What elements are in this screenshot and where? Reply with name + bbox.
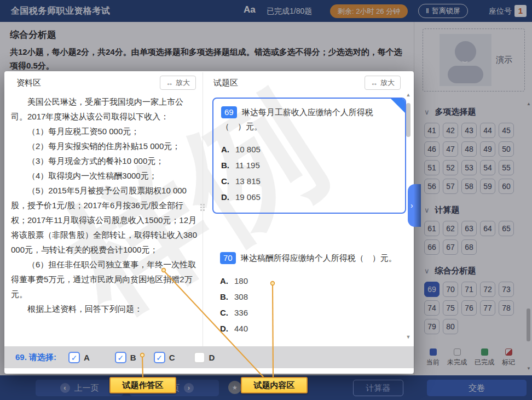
questions-list: 69琳达每月工薪收入应缴纳个人所得税（ ）元。A.10 805B.11 195C… <box>212 98 406 363</box>
scroll-up-icon[interactable]: ▲ <box>405 92 412 98</box>
scroll-down-icon[interactable]: ▼ <box>405 334 412 340</box>
option-row: A.180 <box>220 273 398 289</box>
choice-letter: A <box>84 353 90 362</box>
answer-choices: ✓A✓B✓CD <box>56 352 215 363</box>
exam-modal: 样例 资料区 ↔ 放大 美国公民琳达，受雇于我国境内一家上市公司。2017年度琳… <box>4 71 414 374</box>
zoom-arrows-icon: ↔ <box>371 79 378 87</box>
material-paragraph: 美国公民琳达，受雇于我国境内一家上市公司。2017年度琳达从该公司取得以下收入： <box>11 94 198 124</box>
option-value: 440 <box>234 324 248 333</box>
questions-zoom-button[interactable]: ↔ 放大 <box>365 76 401 90</box>
panel-handle-icon: › <box>410 201 413 210</box>
option-letter: D. <box>221 192 235 202</box>
option-letter: A. <box>221 145 235 154</box>
checkbox-checked[interactable]: ✓ <box>154 352 165 363</box>
question-text: 琳达稿酬所得应缴纳个人所得税（ ）元。 <box>241 253 397 262</box>
content-area-callout: 试题内容区 <box>241 377 308 393</box>
option-row: C.336 <box>220 305 398 321</box>
options-list: A.10 805B.11 195C.13 815D.19 065 <box>221 141 397 205</box>
option-row: A.10 805 <box>221 141 397 157</box>
option-row: D.440 <box>220 321 398 336</box>
questions-pane: 试题区 ↔ 放大 69琳达每月工薪收入应缴纳个人所得税（ ）元。A.10 805… <box>203 71 414 352</box>
question-number-badge: 69 <box>221 106 237 118</box>
checkbox-checked[interactable]: ✓ <box>68 352 80 363</box>
zoom-arrows-icon: ↔ <box>166 79 173 87</box>
material-zoom-button[interactable]: ↔ 放大 <box>160 76 196 90</box>
option-value: 180 <box>234 276 248 285</box>
option-letter: A. <box>220 276 234 285</box>
question-block[interactable]: 69琳达每月工薪收入应缴纳个人所得税（ ）元。A.10 805B.11 195C… <box>212 98 406 214</box>
material-paragraph: （4）取得境内一次性稿酬3000元； <box>11 168 198 183</box>
option-value: 19 065 <box>235 192 261 202</box>
option-value: 336 <box>234 308 248 317</box>
material-title: 资料区 <box>16 78 41 88</box>
question-number-badge: 70 <box>220 252 236 264</box>
option-value: 308 <box>234 292 248 301</box>
scrollbar-thumb[interactable] <box>406 103 410 137</box>
material-paragraph: （2）每月实报实销的住房补贴15 000元； <box>11 139 198 153</box>
material-paragraph: （3）每月现金方式的餐补10 000元； <box>11 153 198 168</box>
material-pane: 资料区 ↔ 放大 美国公民琳达，受雇于我国境内一家上市公司。2017年度琳达从该… <box>4 71 203 352</box>
questions-title: 试题区 <box>213 78 238 88</box>
option-letter: C. <box>221 176 235 186</box>
answer-choice[interactable]: ✓B <box>115 352 136 363</box>
sidebar-drawer-handle[interactable]: › <box>408 184 421 227</box>
card-corner <box>391 99 405 113</box>
option-letter: B. <box>220 292 234 301</box>
choice-letter: D <box>209 353 215 362</box>
material-text: 美国公民琳达，受雇于我国境内一家上市公司。2017年度琳达从该公司取得以下收入：… <box>11 94 198 316</box>
option-row: C.13 815 <box>221 173 397 189</box>
material-paragraph: （5）2015年5月被授予公司股票期权10 000股，授予价1元/股；2017年… <box>11 183 198 257</box>
option-value: 11 195 <box>235 161 260 170</box>
question-block[interactable]: 70琳达稿酬所得应缴纳个人所得税（ ）元。A.180B.308C.336D.44… <box>212 244 406 344</box>
material-paragraph: （1）每月应税工资50 000元； <box>11 124 198 139</box>
material-paragraph: 根据上述资料，回答下列问题： <box>11 301 198 316</box>
material-zoom-label: 放大 <box>176 78 190 88</box>
option-value: 13 815 <box>235 176 261 186</box>
choice-letter: C <box>169 353 175 362</box>
checkbox-unchecked[interactable] <box>194 352 205 363</box>
option-row: B.308 <box>220 289 398 305</box>
option-letter: C. <box>220 308 234 317</box>
option-value: 10 805 <box>235 145 261 154</box>
exam-app: 全国税务师职业资格考试 Aa 已完成1/80题 剩余: 2小时 26 分钟 Ⅱ暂… <box>0 0 532 400</box>
question-head: 69琳达每月工薪收入应缴纳个人所得税（ ）元。 <box>221 105 397 134</box>
answer-choice[interactable]: ✓C <box>154 352 175 363</box>
answer-bar: 69. 请选择: ✓A✓B✓CD <box>4 346 414 368</box>
answer-prompt: 69. 请选择: <box>15 352 56 363</box>
option-row: D.19 065 <box>221 189 397 205</box>
checkbox-checked[interactable]: ✓ <box>115 352 126 363</box>
options-list: A.180B.308C.336D.440 <box>220 273 398 336</box>
answer-choice[interactable]: ✓A <box>68 352 90 363</box>
question-head: 70琳达稿酬所得应缴纳个人所得税（ ）元。 <box>220 251 398 265</box>
option-row: B.11 195 <box>221 157 397 173</box>
option-letter: D. <box>220 324 234 333</box>
option-letter: B. <box>221 161 235 170</box>
choice-letter: B <box>130 353 136 362</box>
answer-choice[interactable]: D <box>194 352 215 363</box>
material-paragraph: （6）担任非任职公司独立董事，年终一次性取得董事费5万元，通过市民政局向贫困地区… <box>11 257 198 301</box>
questions-zoom-label: 放大 <box>380 78 395 88</box>
answer-area-callout: 试题作答区 <box>109 377 176 393</box>
question-text: 琳达每月工薪收入应缴纳个人所得税（ ）元。 <box>221 107 373 131</box>
